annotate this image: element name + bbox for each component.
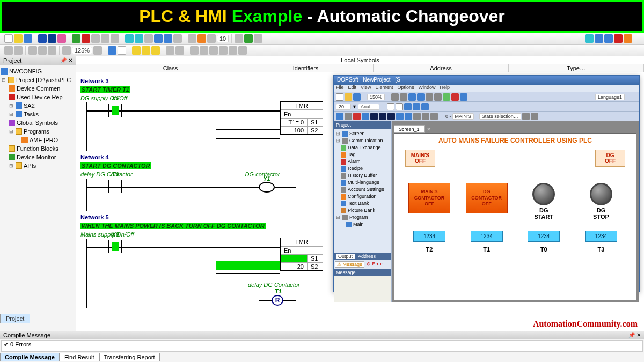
tb-icon[interactable] [144, 34, 153, 43]
tb-icon[interactable] [38, 34, 47, 43]
error-tab[interactable]: ⊘ Error [367, 261, 383, 268]
hmi-screen-canvas[interactable]: AUTO MAINS FAILURE CONTROLLER USING PLC … [394, 133, 636, 300]
undo-icon[interactable] [4, 46, 13, 55]
tb-icon[interactable] [585, 34, 594, 43]
hmi-tree-multilang[interactable]: Multi-language [335, 179, 390, 186]
col-class[interactable]: Class [103, 64, 238, 72]
tb-icon[interactable] [197, 34, 206, 43]
hmi-tree-config[interactable]: Configuration [335, 193, 390, 200]
hmi-tb-icon[interactable] [370, 113, 378, 120]
project-tree[interactable]: NWCONFIG ⊟Project [D:\yash\PLC Device Co… [0, 65, 76, 172]
tb-icon[interactable] [135, 34, 143, 43]
tree-sa2[interactable]: ⊞SA2 [1, 101, 75, 110]
copy-icon[interactable] [38, 46, 47, 55]
tree-project[interactable]: ⊟Project [D:\yash\PLC [1, 76, 75, 84]
tb-icon[interactable] [101, 34, 109, 43]
underline-icon[interactable] [421, 103, 429, 110]
menu-edit[interactable]: Edit [348, 85, 357, 92]
hmi-tb-icon[interactable] [396, 103, 403, 110]
tb-icon[interactable] [238, 46, 247, 55]
hmi-tb-icon[interactable] [396, 113, 404, 120]
hmi-tree-textbank[interactable]: Text Bank [335, 200, 390, 207]
tb-icon[interactable] [173, 34, 182, 43]
save-icon[interactable] [24, 34, 32, 43]
tree-used-device[interactable]: Used Device Rep [1, 93, 75, 101]
message-tab[interactable]: ⚠ Message [335, 261, 364, 268]
pin-icon[interactable]: 📌 ✕ [60, 57, 72, 64]
mains-contactor-btn[interactable]: MAIN'S CONTACTOR OFF [408, 183, 450, 213]
hmi-mains-field[interactable]: MAIN'S [452, 113, 474, 120]
dg-off-indicator[interactable]: DG OFF [595, 150, 625, 167]
hmi-tb-icon[interactable] [336, 113, 343, 120]
tb-icon[interactable] [200, 46, 208, 55]
screen-tab[interactable]: Screen_1 [394, 125, 425, 133]
tb-icon[interactable] [108, 46, 116, 55]
menu-help[interactable]: Help [440, 85, 450, 92]
tb-icon[interactable] [118, 46, 126, 55]
tree-device-monitor[interactable]: Device Monitor [1, 153, 75, 161]
tb-icon[interactable] [91, 34, 100, 43]
menu-view[interactable]: View [361, 85, 371, 92]
tb-icon[interactable] [125, 34, 134, 43]
menu-window[interactable]: Window [418, 85, 435, 92]
tb-icon[interactable] [604, 34, 613, 43]
tmr-block-1[interactable]: TMR En T1= 0S1 100S2 [280, 101, 323, 135]
contact-x1[interactable]: X1 [108, 102, 122, 119]
tb-icon[interactable] [595, 34, 603, 43]
hmi-tb-icon[interactable] [387, 103, 394, 110]
hmi-tree-recipe[interactable]: Recipe [335, 165, 390, 172]
hmi-tree-screen[interactable]: ⊞Screen [335, 130, 390, 137]
hmi-tree-tag[interactable]: Tag [335, 151, 390, 158]
tb-icon[interactable] [166, 46, 174, 55]
hmi-tb-icon[interactable] [353, 113, 361, 120]
hmi-tb-icon[interactable] [405, 113, 412, 120]
zoom-in-icon[interactable] [93, 46, 102, 55]
tb-icon[interactable] [229, 46, 237, 55]
hmi-tree-main[interactable]: Main [335, 221, 390, 228]
hmi-tb-icon[interactable] [417, 93, 425, 101]
hmi-tb-icon[interactable] [345, 113, 352, 120]
hmi-tb-icon[interactable] [345, 93, 352, 101]
hmi-zoom[interactable]: 150% [367, 94, 385, 100]
sidebar-tab-project[interactable]: Project [0, 314, 30, 323]
col-identifiers[interactable]: Identifiers [238, 64, 374, 72]
hmi-font[interactable]: Arial [358, 104, 379, 110]
hmi-tb-icon[interactable] [443, 93, 450, 101]
mains-off-indicator[interactable]: MAIN'S OFF [405, 150, 435, 167]
tmr-block-2[interactable]: TMR En S1 20S2 [280, 238, 323, 271]
tb-icon[interactable] [111, 34, 119, 43]
tree-tasks[interactable]: ⊞Tasks [1, 110, 75, 119]
hmi-tb-icon[interactable] [387, 113, 395, 120]
hmi-tb-icon[interactable] [353, 93, 361, 101]
contact-t1[interactable]: T1 [108, 179, 122, 195]
tb-icon[interactable] [219, 46, 228, 55]
italic-icon[interactable] [413, 103, 420, 110]
hmi-tb-icon[interactable] [336, 93, 343, 101]
hmi-tree-dataex[interactable]: Data Exchange [335, 144, 390, 151]
t1-value[interactable]: 1234 [471, 231, 503, 242]
hmi-tree[interactable]: ⊞Screen ⊞Communication Data Exchange Tag… [334, 129, 391, 253]
tree-programs[interactable]: ⊟Programs [1, 127, 75, 136]
menu-file[interactable]: File [336, 85, 344, 92]
tb-icon[interactable] [188, 34, 196, 43]
hmi-state[interactable]: State selection… [479, 113, 521, 120]
main-toolbar-1[interactable]: 10 [0, 33, 644, 45]
tb-icon[interactable] [254, 34, 262, 43]
tb-icon[interactable] [142, 46, 150, 55]
dg-stop-button[interactable] [590, 183, 612, 205]
hmi-tb-icon[interactable] [531, 113, 538, 120]
compile-tabs[interactable]: Compile Message Find Result Transferring… [0, 353, 644, 361]
hmi-lang[interactable]: Language1 [595, 94, 625, 100]
dg-contactor-btn[interactable]: DG CONTACTOR OFF [466, 183, 508, 213]
menu-element[interactable]: Element [375, 85, 393, 92]
hmi-tree-program[interactable]: ⊟Program [335, 214, 390, 221]
cut-icon[interactable] [28, 46, 37, 55]
reset-coil[interactable]: R [272, 295, 283, 306]
tb-icon[interactable] [82, 34, 90, 43]
tb-icon[interactable] [132, 46, 141, 55]
tb-icon[interactable] [614, 34, 623, 43]
t0-value[interactable]: 1234 [528, 231, 560, 242]
hmi-tree-alarm[interactable]: Alarm [335, 158, 390, 165]
hmi-titlebar[interactable]: DOPSoft - NewProject - [S [334, 76, 639, 85]
zoom-level[interactable]: 125% [72, 47, 92, 54]
